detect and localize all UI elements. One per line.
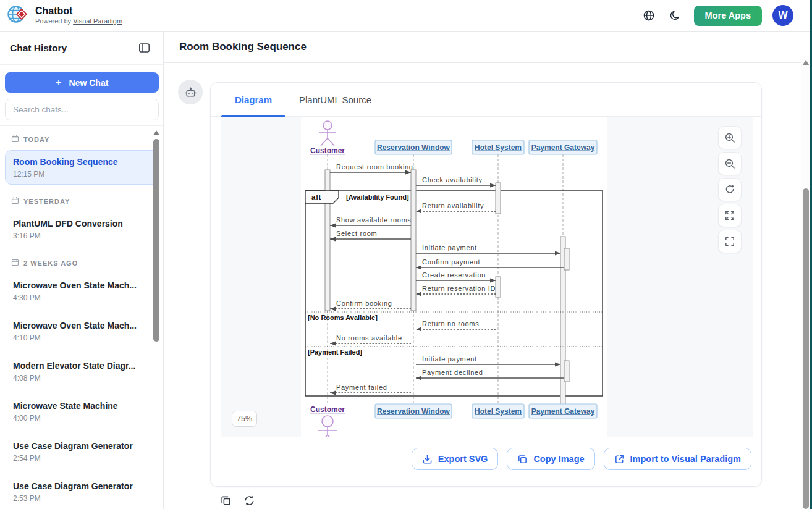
svg-text:Return reservation ID: Return reservation ID (422, 285, 496, 292)
copy-response-button[interactable] (219, 494, 232, 507)
section-label: 2 WEEKS AGO (23, 259, 78, 267)
sidebar-scroll-up-arrow[interactable] (153, 130, 159, 135)
zoom-toolbar (718, 126, 742, 253)
svg-text:Payment Gateway: Payment Gateway (531, 407, 595, 416)
chat-list: TODAYRoom Booking Sequence12:15 PMYESTER… (0, 126, 163, 506)
svg-text:[No Rooms Available]: [No Rooms Available] (308, 314, 378, 321)
chat-item-time: 12:15 PM (13, 170, 150, 179)
svg-text:Payment Gateway: Payment Gateway (531, 143, 595, 152)
svg-text:Initiate payment: Initiate payment (422, 355, 477, 363)
sidebar: Chat History + New Chat TODAYRoom Bookin… (0, 32, 164, 509)
svg-text:Confirm payment: Confirm payment (422, 258, 480, 266)
dark-mode-moon-button[interactable] (667, 7, 683, 23)
zoom-out-icon (724, 158, 735, 169)
copy-image-button[interactable]: Copy Image (507, 448, 594, 470)
copy-icon (517, 454, 528, 465)
fit-screen-button[interactable] (718, 204, 742, 227)
section-header: 2 WEEKS AGO (5, 257, 158, 274)
chat-item-title: Use Case Diagram Generator (13, 481, 150, 492)
chat-section: TODAYRoom Booking Sequence12:15 PM (5, 133, 158, 185)
svg-text:Reservation Window: Reservation Window (377, 143, 450, 152)
svg-text:Confirm booking: Confirm booking (336, 300, 392, 307)
svg-text:Customer: Customer (310, 146, 345, 155)
svg-text:alt: alt (311, 193, 321, 201)
svg-text:No rooms available: No rooms available (336, 334, 402, 342)
chat-history-title: Chat History (10, 43, 67, 54)
calendar-icon (11, 196, 19, 206)
app-title: Chatbot (35, 6, 122, 17)
copy-dark-icon (220, 495, 232, 507)
fullscreen-button[interactable] (718, 230, 742, 253)
user-avatar[interactable]: W (772, 5, 793, 26)
main-scrollbar[interactable] (801, 56, 810, 509)
svg-text:Reservation Window: Reservation Window (377, 407, 450, 416)
response-actions (219, 494, 255, 507)
diagram-actions: Export SVGCopy ImageImport to Visual Par… (412, 448, 751, 470)
reset-view-button[interactable] (718, 178, 742, 201)
sequence-diagram: [No Rooms Available][Payment Failed]alt[… (221, 117, 753, 437)
calendar-icon (11, 258, 19, 267)
chat-item-time: 4:10 PM (13, 334, 150, 342)
svg-text:Check availability: Check availability (422, 176, 483, 183)
external-link-icon (614, 454, 625, 465)
svg-text:Hotel System: Hotel System (475, 407, 522, 416)
svg-text:Return availability: Return availability (422, 202, 484, 209)
action-label: Import to Visual Paradigm (630, 454, 741, 464)
chat-item[interactable]: PlantUML DFD Conversion3:16 PM (5, 212, 158, 246)
expand-icon (724, 210, 735, 221)
svg-text:Initiate payment: Initiate payment (422, 244, 477, 251)
app-root: Chatbot Powered by Visual Paradigm (0, 0, 812, 509)
chat-item[interactable]: Microwave Oven State Mach...4:10 PM (5, 314, 158, 348)
tab-plantuml-source[interactable]: PlantUML Source (285, 83, 385, 116)
chat-item[interactable]: Use Case Diagram Generator2:53 PM (5, 474, 158, 506)
more-apps-button[interactable]: More Apps (694, 6, 762, 26)
visual-paradigm-logo (6, 2, 30, 28)
section-label: TODAY (23, 136, 49, 143)
action-label: Copy Image (533, 454, 584, 464)
svg-text:Request room booking: Request room booking (336, 163, 413, 170)
svg-text:Hotel System: Hotel System (475, 143, 522, 152)
tab-bar: DiagramPlantUML Source (211, 83, 761, 117)
diagram-viewport[interactable]: [No Rooms Available][Payment Failed]alt[… (221, 117, 753, 437)
export-svg-button[interactable]: Export SVG (412, 448, 499, 470)
chat-section: 2 WEEKS AGOMicrowave Oven State Mach...4… (5, 257, 158, 506)
chat-item-active[interactable]: Room Booking Sequence12:15 PM (5, 150, 158, 185)
regenerate-button[interactable] (243, 494, 255, 507)
zoom-out-button[interactable] (718, 152, 742, 175)
zoom-in-button[interactable] (718, 126, 742, 149)
chat-item[interactable]: Microwave State Machine4:00 PM (5, 394, 158, 429)
chat-item[interactable]: Modern Elevator State Diagr...4:08 PM (5, 354, 158, 389)
svg-text:[Payment Failed]: [Payment Failed] (308, 348, 362, 356)
visual-paradigm-link[interactable]: Visual Paradigm (73, 17, 122, 25)
chat-item-time: 2:54 PM (13, 454, 150, 463)
svg-text:Select room: Select room (336, 230, 377, 237)
chat-item-time: 3:16 PM (13, 232, 150, 240)
fullscreen-icon (724, 236, 735, 247)
zoom-in-icon (724, 132, 735, 143)
sidebar-scrollbar-thumb[interactable] (153, 139, 159, 342)
chat-item-time: 2:53 PM (13, 494, 150, 503)
chat-item[interactable]: Use Case Diagram Generator2:54 PM (5, 434, 158, 469)
search-chats-input[interactable] (5, 99, 159, 120)
svg-text:Customer: Customer (310, 405, 345, 414)
svg-text:Payment failed: Payment failed (336, 384, 387, 391)
tab-diagram[interactable]: Diagram (221, 83, 285, 116)
import-vp-button[interactable]: Import to Visual Paradigm (604, 448, 751, 470)
chat-item-time: 4:30 PM (13, 293, 150, 302)
main-scrollbar-thumb[interactable] (803, 188, 809, 509)
scroll-up-arrow[interactable] (803, 60, 809, 65)
svg-text:Payment declined: Payment declined (422, 369, 483, 376)
chat-item[interactable]: Microwave Oven State Mach...4:30 PM (5, 274, 158, 308)
refresh-icon (243, 495, 255, 507)
language-globe-button[interactable] (641, 7, 657, 23)
chat-item-time: 4:08 PM (13, 374, 150, 382)
diagram-card: DiagramPlantUML Source [No Rooms Availab… (210, 82, 762, 487)
new-chat-button[interactable]: + New Chat (5, 72, 159, 93)
reset-icon (724, 184, 735, 195)
download-icon (422, 454, 433, 465)
chat-item-title: Microwave State Machine (13, 400, 150, 412)
section-header: TODAY (5, 133, 158, 150)
page-title: Room Booking Sequence (179, 41, 307, 53)
collapse-panel-icon[interactable] (136, 40, 152, 56)
chat-item-time: 4:00 PM (13, 414, 150, 423)
